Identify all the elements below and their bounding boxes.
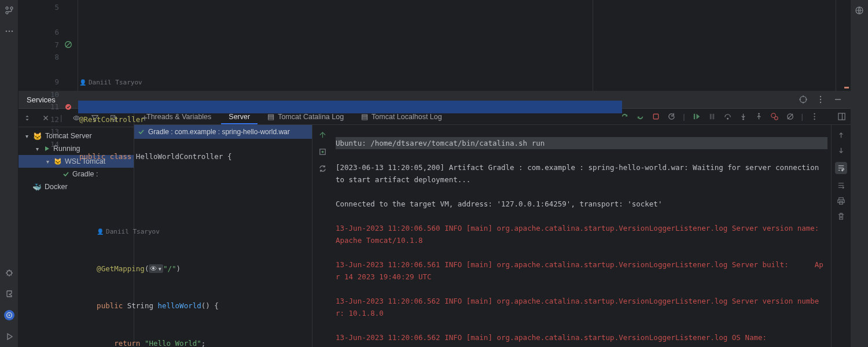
svg-point-25 — [774, 117, 778, 120]
more-icon[interactable] — [5, 27, 14, 36]
minimize-icon[interactable] — [833, 95, 843, 104]
run-icon[interactable] — [5, 332, 14, 341]
svg-point-28 — [814, 116, 815, 117]
svg-rect-18 — [693, 114, 694, 119]
svg-rect-20 — [712, 114, 714, 119]
rerun-icon[interactable] — [667, 112, 676, 121]
redeploy-icon[interactable] — [636, 112, 645, 121]
svg-point-27 — [814, 113, 815, 115]
debug-icon[interactable] — [5, 268, 14, 278]
stop-icon[interactable] — [652, 112, 660, 121]
deploy-icon[interactable] — [318, 131, 327, 139]
svg-point-32 — [321, 151, 323, 153]
web-icon[interactable] — [855, 6, 864, 15]
soft-wrap-icon[interactable] — [835, 162, 847, 174]
svg-point-23 — [758, 113, 760, 115]
up-icon[interactable] — [837, 131, 845, 139]
svg-point-13 — [820, 99, 821, 100]
close-icon[interactable] — [42, 114, 50, 122]
print-icon[interactable] — [837, 197, 845, 205]
svg-point-12 — [820, 96, 821, 97]
svg-point-15 — [76, 117, 78, 119]
right-tool-strip — [851, 0, 868, 347]
breakpoint-icon[interactable] — [59, 101, 78, 113]
check-icon — [62, 171, 69, 178]
sync-icon[interactable] — [318, 164, 327, 173]
editor[interactable]: 5 6 7 8 9 10 11 12 13 14 👤Daniil Tsaryov… — [19, 0, 851, 91]
console-right-toolbar — [831, 125, 851, 347]
svg-point-14 — [820, 102, 821, 103]
step-into-icon[interactable] — [739, 112, 748, 121]
expand-all-icon[interactable] — [23, 114, 31, 122]
mute-breakpoints-icon[interactable] — [786, 112, 795, 121]
svg-point-0 — [6, 7, 8, 9]
services-icon[interactable] — [4, 310, 14, 320]
code-area[interactable]: 👤Daniil Tsaryov @RestController public c… — [78, 0, 593, 91]
resume-icon[interactable] — [692, 112, 701, 121]
svg-point-21 — [727, 118, 729, 120]
scrollbar-marks[interactable] — [836, 0, 851, 91]
svg-point-5 — [11, 31, 13, 32]
pause-icon[interactable] — [708, 112, 716, 121]
view-breakpoints-icon[interactable] — [770, 112, 779, 121]
clear-icon[interactable] — [837, 212, 845, 221]
profiler-icon[interactable] — [5, 289, 14, 298]
coverage-mark-icon[interactable] — [59, 39, 78, 51]
svg-point-8 — [8, 315, 10, 316]
svg-point-29 — [814, 119, 815, 120]
svg-rect-19 — [709, 114, 711, 119]
step-out-icon[interactable] — [755, 112, 763, 121]
svg-point-1 — [10, 7, 13, 9]
layout-icon[interactable] — [837, 112, 846, 121]
svg-point-22 — [742, 119, 744, 120]
update-icon[interactable] — [620, 112, 629, 121]
left-tool-strip — [0, 0, 19, 347]
down-icon[interactable] — [837, 146, 845, 155]
target-icon[interactable] — [799, 95, 808, 104]
artifact-config-icon[interactable] — [318, 147, 327, 156]
svg-rect-30 — [838, 113, 845, 120]
line-numbers: 5 6 7 8 9 10 11 12 13 14 — [37, 0, 59, 91]
more-vert-icon[interactable] — [810, 112, 819, 121]
vcs-icon[interactable] — [5, 6, 14, 15]
svg-point-2 — [6, 12, 8, 14]
main-area: 5 6 7 8 9 10 11 12 13 14 👤Daniil Tsaryov… — [19, 0, 851, 347]
svg-point-3 — [5, 31, 7, 32]
svg-rect-17 — [654, 114, 659, 119]
gutter — [59, 0, 78, 91]
step-over-icon[interactable] — [723, 112, 732, 121]
docker-icon: 🐳 — [32, 183, 42, 191]
svg-point-11 — [800, 97, 807, 103]
svg-point-4 — [8, 31, 10, 32]
scroll-end-icon[interactable] — [837, 181, 845, 190]
more-vert-icon[interactable] — [816, 95, 825, 104]
